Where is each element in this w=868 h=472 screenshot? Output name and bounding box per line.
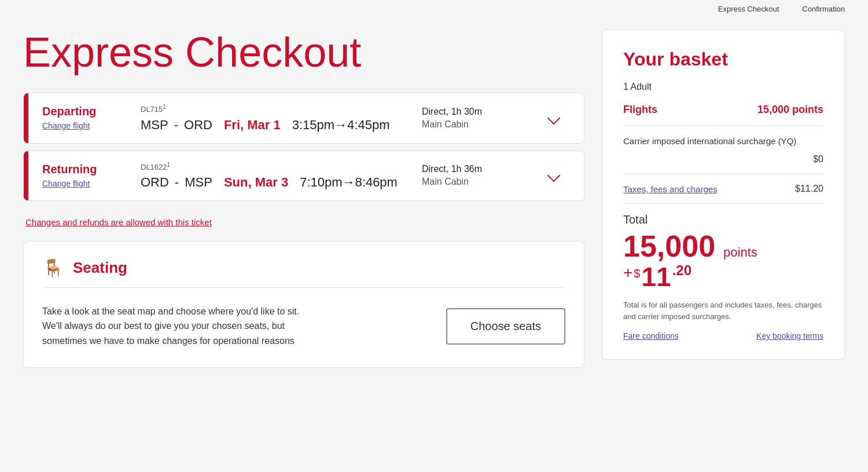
returning-chevron-icon <box>547 169 561 182</box>
basket-taxes-value: $11.20 <box>795 184 823 194</box>
returning-flight-card: Returning Change flight DL16221 ORD - MS… <box>23 151 584 201</box>
returning-route-from: ORD <box>141 175 169 190</box>
basket-total-label: Total <box>623 213 823 226</box>
departing-route-from: MSP <box>141 118 168 133</box>
basket-adult: 1 Adult <box>623 82 823 92</box>
departing-change-flight[interactable]: Change flight <box>42 121 90 130</box>
choose-seats-button[interactable]: Choose seats <box>446 308 565 345</box>
basket-cash-dec: .20 <box>672 264 692 277</box>
departing-expand-button[interactable] <box>538 114 570 123</box>
returning-flight-number: DL16221 <box>141 162 398 171</box>
basket-dollar-sign: $ <box>634 267 640 280</box>
basket-flights-value: 15,000 points <box>757 104 823 116</box>
departing-label: Departing <box>42 105 117 118</box>
departing-accent <box>24 93 28 142</box>
departing-flight-card: Departing Change flight DL7151 MSP - ORD… <box>23 93 584 143</box>
departing-direct-info: Direct, 1h 30m <box>422 107 514 117</box>
departing-cabin-class: Main Cabin <box>422 119 514 130</box>
returning-route-to: MSP <box>185 175 212 190</box>
departing-chevron-icon <box>547 112 561 125</box>
returning-cabin-class: Main Cabin <box>422 177 514 187</box>
basket-title: Your basket <box>623 49 823 70</box>
basket-cash-int: 11 <box>641 264 671 290</box>
returning-label: Returning <box>42 163 117 176</box>
seating-title: Seating <box>73 259 127 277</box>
departing-date: Fri, Mar 1 <box>224 118 281 133</box>
fare-conditions-link[interactable]: Fare conditions <box>623 331 679 341</box>
basket-panel: Your basket 1 Adult Flights 15,000 point… <box>602 30 845 360</box>
departing-route-sep: - <box>174 118 178 133</box>
returning-route-sep: - <box>175 175 179 190</box>
returning-date: Sun, Mar 3 <box>224 175 288 190</box>
page-title: Express Checkout <box>23 30 584 75</box>
departing-flight-number: DL7151 <box>141 104 390 114</box>
basket-total-points: 15,000 <box>623 231 715 261</box>
returning-accent <box>24 151 28 200</box>
basket-total-points-label: points <box>723 245 757 260</box>
basket-disclaimer: Total is for all passengers and includes… <box>623 299 823 322</box>
changes-allowed-link[interactable]: Changes and refunds are allowed with thi… <box>25 217 212 227</box>
basket-taxes-link[interactable]: Taxes, fees and charges <box>623 184 718 194</box>
returning-direct-info: Direct, 1h 36m <box>422 164 514 174</box>
seating-card: 🪑 Seating Take a look at the seat map an… <box>23 241 584 368</box>
departing-route-to: ORD <box>184 118 212 133</box>
basket-surcharge-label: Carrier imposed international surcharge … <box>623 135 796 147</box>
basket-plus-sign: + <box>623 264 632 282</box>
nav-express-checkout: Express Checkout <box>718 5 779 13</box>
basket-flights-label: Flights <box>623 104 657 116</box>
basket-surcharge-value: $0 <box>813 154 823 164</box>
seat-icon: 🪑 <box>42 258 64 278</box>
returning-time: 7:10pm→8:46pm <box>300 175 398 190</box>
returning-expand-button[interactable] <box>538 171 570 180</box>
departing-time: 3:15pm→4:45pm <box>292 118 390 133</box>
seating-description: Take a look at the seat map and choose w… <box>42 304 320 349</box>
returning-change-flight[interactable]: Change flight <box>42 179 90 188</box>
key-booking-terms-link[interactable]: Key booking terms <box>756 331 823 341</box>
nav-confirmation: Confirmation <box>802 5 845 13</box>
